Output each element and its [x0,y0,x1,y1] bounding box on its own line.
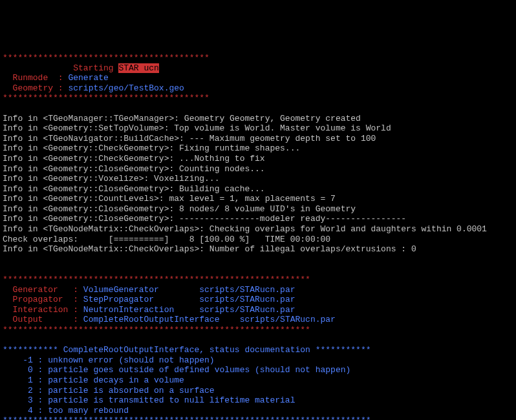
runmode-value: Generate [68,73,108,83]
stars-top: ****************************************… [3,53,210,63]
status-code: 1 : particle decays in a volume [3,375,184,385]
output-value: CompleteRootOutputInterface [83,315,220,324]
runmode-label: Runmode : [3,73,68,83]
geometry-label: Geometry : [3,83,68,93]
propagator-label: Propagator : [3,295,83,304]
generator-par: scripts/STARucn.par [159,285,296,295]
info-line: Info in <Geometry::Voxelize>: Voxelizing… [3,174,219,184]
stars-config-bottom: ****************************************… [3,325,310,335]
info-line: Info in <Geometry::CheckGeometry>: ...No… [3,154,265,163]
stars-top-2: ****************************************… [3,93,210,103]
info-line: Info in <Geometry::CheckGeometry>: Fixin… [3,143,300,153]
starting-label: Starting [3,63,118,73]
status-header: CompleteRootOutputInterface, status docu… [63,345,310,355]
status-stars-left: *********** [3,345,63,355]
info-line: Info in <Geometry::CloseGeometry>: Build… [3,184,265,194]
interaction-label: Interaction : [3,305,83,315]
generator-label: Generator : [3,285,83,295]
starucn-highlight: STAR ucn [118,63,158,73]
geometry-value: scripts/geo/TestBox.geo [68,83,184,93]
propagator-par: scripts/STARucn.par [154,295,295,304]
status-code: 0 : particle goes outside of defined vol… [3,365,350,375]
info-line: Info in <Geometry::CountLevels>: max lev… [3,194,336,204]
info-line: Info in <Geometry::CloseGeometry>: Count… [3,164,265,174]
stars-config-top: ****************************************… [3,275,310,284]
info-line: Info in <Geometry::CloseGeometry>: 8 nod… [3,204,356,214]
status-code: 4 : too many rebound [3,406,129,415]
status-code: 2 : particle is absorbed on a surface [3,386,215,395]
generator-value: VolumeGenerator [83,285,159,295]
status-stars-bottom: ****************************************… [3,415,371,420]
output-par: scripts/STARucn.par [219,315,335,324]
info-line: Info in <TGeoNodeMatrix::CheckOverlaps>:… [3,244,416,254]
info-line: Info in <TGeoNavigator::BuildCache>: ---… [3,134,376,143]
info-line: Info in <Geometry::SetTopVolume>: Top vo… [3,123,391,133]
propagator-value: StepPropagator [83,295,154,304]
output-label: Output : [3,315,83,324]
status-stars-right: *********** [310,345,371,355]
info-line: Check overlaps: [==========] 8 [100.00 %… [3,235,330,244]
info-line: Info in <TGeoManager::TGeoManager>: Geom… [3,114,361,123]
interaction-value: NeutronInteraction [83,305,174,315]
info-line: Info in <Geometry::CloseGeometry>: -----… [3,214,406,224]
status-code: 3 : particle is transmitted to null life… [3,395,295,405]
status-code: -1 : unknown error (should not happen) [3,355,215,365]
interaction-par: scripts/STARucn.par [174,305,295,315]
terminal-output: ****************************************… [3,43,513,420]
info-line: Info in <TGeoNodeMatrix::CheckOverlaps>:… [3,224,487,234]
